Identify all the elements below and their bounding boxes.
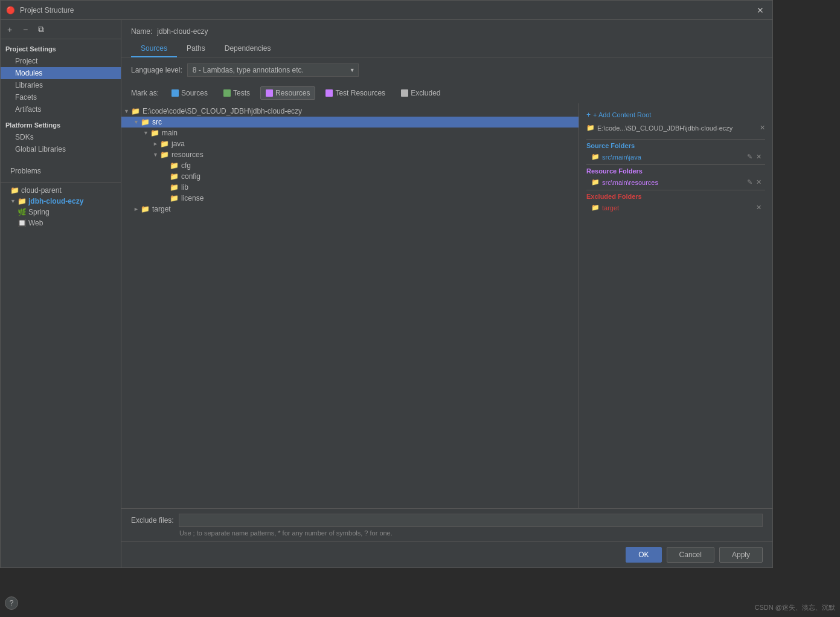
config-label: config [181, 172, 200, 181]
sources-icon [172, 89, 179, 97]
resource-folder-icon: 📁 [591, 178, 600, 186]
copy-module-button[interactable]: ⧉ [34, 23, 48, 36]
dialog-footer: OK Cancel Apply [121, 541, 772, 567]
sidebar-item-facets[interactable]: Facets [1, 91, 121, 103]
dialog-close-button[interactable]: ✕ [753, 3, 768, 18]
tree-node-src[interactable]: ▼ 📁 src [121, 117, 579, 128]
dialog-title: Project Structure [20, 6, 753, 15]
tree-node-resources[interactable]: ▼ 📁 resources [121, 149, 579, 160]
resource-folder-edit-button[interactable]: ✎ [746, 178, 754, 186]
remove-module-button[interactable]: − [19, 23, 32, 36]
target-folder-icon: 📁 [141, 205, 150, 213]
mark-as-resources-button[interactable]: Resources [260, 86, 315, 100]
resource-folder-remove-button[interactable]: ✕ [755, 178, 763, 186]
project-settings-label: Project Settings [1, 39, 121, 55]
tree-node-java[interactable]: ► 📁 java [121, 138, 579, 149]
sidebar-item-sdks[interactable]: SDKs [1, 131, 121, 143]
project-item-label: Project [15, 57, 37, 65]
excluded-folder-actions: ✕ [755, 204, 763, 212]
source-folder-actions: ✎ ✕ [746, 153, 763, 161]
source-folders-title: Source Folders [586, 142, 765, 149]
sidebar-item-artifacts[interactable]: Artifacts [1, 103, 121, 115]
tab-sources[interactable]: Sources [131, 40, 177, 57]
add-module-button[interactable]: + [3, 23, 16, 36]
java-folder-icon: 📁 [160, 140, 169, 148]
main-content-area: Name: jdbh-cloud-eczy Sources Paths Depe… [121, 20, 772, 567]
tree-node-target[interactable]: ► 📁 target [121, 204, 579, 215]
resources-icon [266, 89, 273, 97]
config-folder-icon: 📁 [170, 172, 179, 181]
file-tree-panel: ▼ 📁 E:\code\code\SD_CLOUD_JDBH\jdbh-clou… [121, 103, 579, 508]
tree-node-cfg[interactable]: 📁 cfg [121, 160, 579, 171]
mark-as-test-resources-button[interactable]: Test Resources [320, 86, 391, 100]
source-folder-remove-button[interactable]: ✕ [755, 153, 763, 161]
tabs-bar: Sources Paths Dependencies [121, 40, 772, 57]
platform-settings-label: Platform Settings [1, 115, 121, 131]
mark-as-tests-button[interactable]: Tests [218, 86, 255, 100]
module-tree-spring[interactable]: 🌿 Spring [1, 207, 121, 218]
add-content-root-button[interactable]: + + Add Content Root [586, 111, 765, 119]
main-arrow: ▼ [143, 130, 150, 136]
sidebar: + − ⧉ Project Settings Project Modules L… [1, 20, 121, 567]
lib-folder-icon: 📁 [170, 183, 179, 192]
sidebar-item-modules[interactable]: Modules [1, 67, 121, 79]
excluded-icon [401, 89, 408, 97]
cancel-button[interactable]: Cancel [667, 547, 714, 563]
apply-button[interactable]: Apply [719, 547, 763, 563]
main-folder-icon: 📁 [150, 129, 159, 137]
sdks-item-label: SDKs [15, 133, 34, 141]
content-root-close-button[interactable]: ✕ [760, 124, 765, 132]
jdbh-label: jdbh-cloud-eczy [28, 197, 83, 205]
resources-folder-icon: 📁 [160, 150, 169, 159]
sidebar-toolbar: + − ⧉ [1, 20, 121, 39]
module-tree-cloud-parent[interactable]: 📁 cloud-parent [1, 185, 121, 196]
tests-btn-label: Tests [233, 89, 250, 97]
sidebar-item-libraries[interactable]: Libraries [1, 79, 121, 91]
content-root-path: 📁 E:\code...\SD_CLOUD_JDBH\jdbh-cloud-ec… [586, 124, 765, 132]
cfg-folder-icon: 📁 [170, 161, 179, 170]
java-arrow: ► [153, 141, 160, 147]
exclude-files-input[interactable] [179, 514, 763, 527]
divider-3 [586, 190, 765, 190]
target-label: target [152, 205, 171, 213]
sidebar-item-global-libraries[interactable]: Global Libraries [1, 143, 121, 155]
web-label: Web [28, 219, 43, 227]
mark-as-label: Mark as: [131, 89, 159, 97]
cloud-parent-folder-icon: 📁 [10, 186, 19, 195]
mark-as-sources-button[interactable]: Sources [166, 86, 213, 100]
root-folder-icon: 📁 [131, 107, 140, 115]
src-folder-icon: 📁 [141, 118, 150, 126]
global-libraries-item-label: Global Libraries [15, 145, 66, 153]
dialog-title-icon: 🔴 [5, 5, 15, 15]
tab-paths[interactable]: Paths [177, 40, 215, 57]
spring-label: Spring [28, 208, 50, 216]
jdbh-arrow: ▼ [10, 198, 18, 204]
tree-node-config[interactable]: 📁 config [121, 171, 579, 182]
tree-node-main[interactable]: ▼ 📁 main [121, 128, 579, 138]
language-level-select[interactable]: 8 - Lambdas, type annotations etc. 11 - … [187, 63, 359, 77]
tree-node-lib[interactable]: 📁 lib [121, 182, 579, 193]
ok-button[interactable]: OK [626, 547, 661, 563]
module-tree-web[interactable]: 🔲 Web [1, 218, 121, 228]
sidebar-item-project[interactable]: Project [1, 55, 121, 67]
excluded-folder-remove-button[interactable]: ✕ [755, 204, 763, 212]
divider-2 [586, 164, 765, 165]
test-resources-btn-label: Test Resources [335, 89, 385, 97]
cloud-parent-label: cloud-parent [21, 186, 62, 195]
add-content-root-label: + Add Content Root [593, 111, 651, 118]
tree-node-root[interactable]: ▼ 📁 E:\code\code\SD_CLOUD_JDBH\jdbh-clou… [121, 106, 579, 117]
problems-item-label: Problems [10, 167, 41, 175]
tree-node-license[interactable]: 📁 license [121, 193, 579, 204]
source-folder-entry-1: 📁 src\main\java ✎ ✕ [589, 152, 765, 162]
source-folder-edit-button[interactable]: ✎ [746, 153, 754, 161]
tab-dependencies[interactable]: Dependencies [215, 40, 281, 57]
resource-folders-title: Resource Folders [586, 167, 765, 175]
mark-as-excluded-button[interactable]: Excluded [396, 86, 446, 100]
sidebar-item-problems[interactable]: Problems [1, 165, 121, 177]
exclude-files-label: Exclude files: [131, 516, 174, 525]
watermark-text: CSDN @迷失、淡忘、沉默 [755, 603, 835, 612]
help-button[interactable]: ? [5, 596, 18, 610]
main-label: main [162, 129, 178, 137]
excluded-folders-title: Excluded Folders [586, 193, 765, 200]
module-tree-jdbh[interactable]: ▼ 📁 jdbh-cloud-eczy [1, 196, 121, 207]
